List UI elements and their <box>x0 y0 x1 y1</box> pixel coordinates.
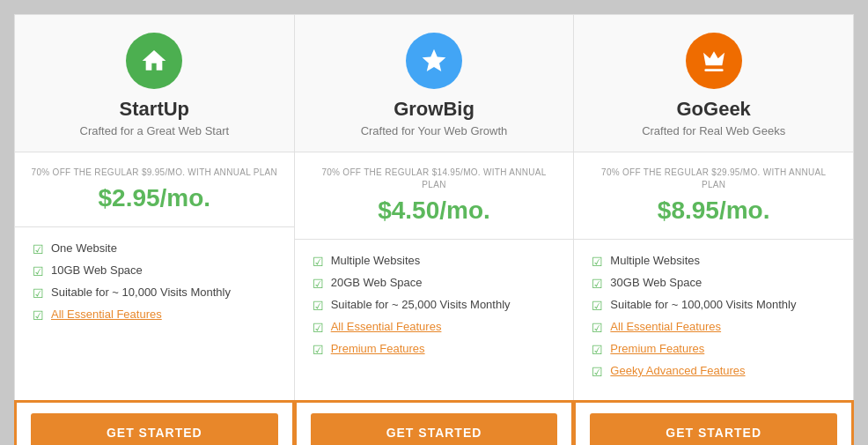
feature-link-growbig[interactable]: Premium Features <box>331 342 425 355</box>
check-icon: ☑ <box>592 321 603 335</box>
feature-link-gogeek[interactable]: Geeky Advanced Features <box>610 364 745 377</box>
card-footer-gogeek: GET STARTED <box>573 400 854 445</box>
get-started-button-startup[interactable]: GET STARTED <box>31 413 278 445</box>
card-footer-startup: GET STARTED <box>14 400 295 445</box>
star-icon <box>406 33 462 89</box>
plan-card-startup: StartUp Crafted for a Great Web Start 70… <box>14 14 295 445</box>
pricing-section-growbig: 70% OFF THE REGULAR $14.95/MO. WITH ANNU… <box>295 152 574 240</box>
plan-price: $8.95/mo. <box>588 197 839 225</box>
pricing-section-startup: 70% OFF THE REGULAR $9.95/MO. WITH ANNUA… <box>15 152 294 227</box>
card-header-growbig: GrowBig Crafted for Your Web Growth <box>295 15 574 152</box>
plan-name: GrowBig <box>309 98 560 121</box>
pricing-table: StartUp Crafted for a Great Web Start 70… <box>14 14 854 445</box>
feature-text: 10GB Web Space <box>51 263 143 277</box>
feature-item: ☑ Suitable for ~ 100,000 Visits Monthly <box>592 298 835 313</box>
feature-item: ☑ 30GB Web Space <box>592 276 835 291</box>
features-section-growbig: ☑ Multiple Websites ☑ 20GB Web Space ☑ S… <box>295 240 574 400</box>
check-icon: ☑ <box>592 277 603 291</box>
get-started-button-growbig[interactable]: GET STARTED <box>311 413 558 445</box>
check-icon: ☑ <box>33 242 44 256</box>
check-icon: ☑ <box>592 343 603 357</box>
feature-text: Suitable for ~ 25,000 Visits Monthly <box>331 298 511 311</box>
feature-item: ☑ Premium Features <box>592 342 835 357</box>
home-icon <box>126 33 182 89</box>
check-icon: ☑ <box>33 264 44 278</box>
feature-link-growbig[interactable]: All Essential Features <box>331 320 442 333</box>
plan-price: $4.50/mo. <box>309 197 560 225</box>
pricing-section-gogeek: 70% OFF THE REGULAR $29.95/MO. WITH ANNU… <box>574 152 853 240</box>
plan-name: StartUp <box>29 98 280 121</box>
feature-link-gogeek[interactable]: Premium Features <box>610 342 704 355</box>
plan-tagline: Crafted for Real Web Geeks <box>588 124 839 137</box>
feature-text: 20GB Web Space <box>331 276 423 289</box>
check-icon: ☑ <box>313 299 324 313</box>
get-started-button-gogeek[interactable]: GET STARTED <box>590 413 837 445</box>
feature-link-startup[interactable]: All Essential Features <box>51 308 162 321</box>
plan-price: $2.95/mo. <box>29 184 280 212</box>
check-icon: ☑ <box>313 343 324 357</box>
plan-card-growbig: GrowBig Crafted for Your Web Growth 70% … <box>295 14 575 445</box>
feature-text: Multiple Websites <box>331 254 421 267</box>
check-icon: ☑ <box>313 277 324 291</box>
feature-item: ☑ One Website <box>33 241 276 256</box>
feature-item: ☑ All Essential Features <box>592 320 835 335</box>
feature-item: ☑ 10GB Web Space <box>33 263 276 278</box>
feature-item: ☑ Geeky Advanced Features <box>592 364 835 379</box>
feature-item: ☑ Multiple Websites <box>313 254 556 269</box>
check-icon: ☑ <box>313 321 324 335</box>
card-header-startup: StartUp Crafted for a Great Web Start <box>15 15 294 152</box>
feature-item: ☑ All Essential Features <box>313 320 556 335</box>
feature-text: Suitable for ~ 100,000 Visits Monthly <box>610 298 796 311</box>
plan-tagline: Crafted for Your Web Growth <box>309 124 560 137</box>
feature-text: 30GB Web Space <box>610 276 702 289</box>
feature-item: ☑ Suitable for ~ 10,000 Visits Monthly <box>33 286 276 300</box>
feature-text: Suitable for ~ 10,000 Visits Monthly <box>51 286 231 299</box>
discount-text: 70% OFF THE REGULAR $9.95/MO. WITH ANNUA… <box>29 167 280 179</box>
discount-text: 70% OFF THE REGULAR $14.95/MO. WITH ANNU… <box>309 167 560 191</box>
check-icon: ☑ <box>592 299 603 313</box>
feature-text: One Website <box>51 241 117 255</box>
crown-icon <box>686 33 742 89</box>
features-section-gogeek: ☑ Multiple Websites ☑ 30GB Web Space ☑ S… <box>574 240 853 400</box>
features-section-startup: ☑ One Website ☑ 10GB Web Space ☑ Suitabl… <box>15 227 294 400</box>
check-icon: ☑ <box>592 365 603 379</box>
feature-item: ☑ Suitable for ~ 25,000 Visits Monthly <box>313 298 556 313</box>
card-footer-growbig: GET STARTED <box>294 400 575 445</box>
check-icon: ☑ <box>33 308 44 323</box>
feature-item: ☑ Multiple Websites <box>592 254 835 269</box>
check-icon: ☑ <box>313 255 324 269</box>
check-icon: ☑ <box>33 286 44 300</box>
feature-link-gogeek[interactable]: All Essential Features <box>610 320 721 333</box>
plan-name: GoGeek <box>588 98 839 121</box>
feature-item: ☑ All Essential Features <box>33 308 276 323</box>
feature-text: Multiple Websites <box>610 254 700 267</box>
card-header-gogeek: GoGeek Crafted for Real Web Geeks <box>574 15 853 152</box>
feature-item: ☑ Premium Features <box>313 342 556 357</box>
plan-card-gogeek: GoGeek Crafted for Real Web Geeks 70% OF… <box>574 14 854 445</box>
plan-tagline: Crafted for a Great Web Start <box>29 124 280 137</box>
discount-text: 70% OFF THE REGULAR $29.95/MO. WITH ANNU… <box>588 167 839 191</box>
check-icon: ☑ <box>592 255 603 269</box>
feature-item: ☑ 20GB Web Space <box>313 276 556 291</box>
